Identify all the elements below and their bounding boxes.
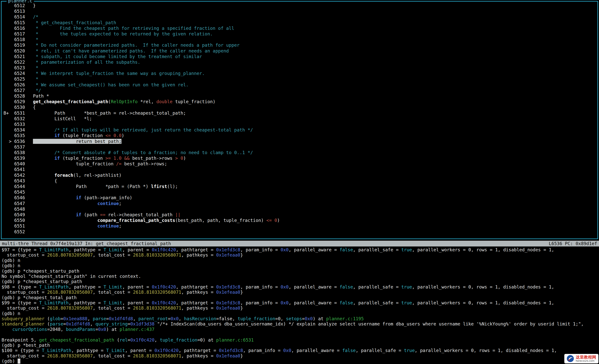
gdb-console[interactable]: $97 = {type = T_LimitPath, pathtype = T_…	[0, 247, 599, 364]
console-line: startup_cost = 2618.807832056807, total_…	[1, 252, 599, 258]
text-segment-cy: T_Limit	[104, 300, 122, 305]
console-line: Breakpoint 5, get_cheapest_fractional_pa…	[1, 338, 599, 343]
line-number: 6537	[14, 144, 33, 149]
line-number: 6519	[14, 43, 33, 48]
text-segment-cy: tuple_fraction	[238, 316, 275, 321]
text-segment-pl: *rel,	[138, 99, 156, 104]
line-number: 6548	[14, 207, 33, 212]
text-segment-ad: 0x0	[283, 348, 291, 353]
line-number: 6545	[14, 190, 33, 195]
text-segment-pl: =2048,	[47, 327, 66, 332]
text-segment-ad: 0x1efeaa0	[216, 353, 240, 358]
watermark-site-name: 这里教程网	[576, 355, 596, 360]
text-segment-pl: (	[44, 321, 50, 326]
text-segment-pl: , param_info =	[240, 285, 281, 289]
text-segment-cy: parse	[93, 316, 106, 321]
text-segment-pl: tuple_fraction	[33, 161, 116, 166]
code-line: 6513	[3, 9, 598, 14]
text-segment-pl: startup_cost =	[1, 290, 47, 295]
text-segment-pl: , parallel_workers = 0, rows = 1, disabl…	[412, 285, 554, 289]
line-number: 6541	[14, 167, 33, 172]
text-segment-pl: Path *	[33, 94, 49, 99]
text-segment-cy: false	[340, 285, 353, 289]
code-line: 6523 *	[3, 65, 598, 71]
text-segment-kw: if	[54, 133, 60, 138]
text-segment-ad: 0x1f0c420	[152, 300, 176, 305]
watermark-logo-icon	[567, 355, 574, 362]
text-segment-pl: =	[106, 316, 109, 321]
text-segment-pl: (tuple_fraction	[60, 133, 106, 138]
text-segment-pl: , pathtype =	[69, 285, 104, 289]
text-segment-yl: 2618.8103320568071	[133, 252, 181, 258]
text-segment-cy: glob	[50, 316, 61, 321]
console-line: (gdb) p *cheapest_total_path	[1, 295, 599, 300]
text-segment-pl: , total_cost =	[93, 290, 133, 295]
gutter-margin	[3, 9, 14, 14]
gdb-tui-terminal[interactable]: planner.c 6512 } 6513 6514 /* 6515 * get…	[0, 0, 599, 364]
gutter-margin	[3, 150, 14, 155]
text-segment-rd: <=	[106, 133, 111, 138]
text-segment-pl: startup_cost =	[1, 305, 47, 311]
text-segment-pl: (gdb)	[1, 359, 18, 364]
text-segment-rd: >	[175, 156, 178, 161]
code-line: 6551 continue;	[3, 223, 598, 229]
text-segment-pl	[33, 218, 97, 223]
text-segment-pl: , pathtype =	[69, 300, 104, 305]
text-segment-pl: , parallel_aware =	[289, 300, 340, 305]
text-segment-pl: =	[302, 316, 305, 321]
console-line: (gdb) p *cheapest_startu_path	[1, 269, 599, 274]
text-segment-cy: setops	[286, 316, 302, 321]
text-segment-pl: , parent =	[122, 300, 152, 305]
gutter-margin	[3, 144, 14, 149]
code-line: 6541	[3, 167, 598, 172]
code-line: 6518 *	[3, 37, 598, 43]
line-number: 6520	[14, 48, 33, 53]
text-segment-pl: , pathtype =	[71, 348, 106, 353]
text-segment-pl: , parallel_safe =	[356, 348, 404, 353]
code-line: 6521 * subpath, it could become limited …	[3, 54, 598, 60]
text-segment-pl: , parallel_workers = 0, rows = 1, disabl…	[412, 247, 554, 252]
gutter-margin	[3, 229, 14, 234]
line-number: 6522	[14, 60, 33, 65]
console-line: startup_cost = 2618.807832056807, total_…	[1, 305, 599, 311]
code-line: 6542 foreach(l, rel->pathlist)	[3, 173, 598, 178]
gutter-margin	[3, 88, 14, 93]
gutter-margin	[3, 99, 14, 104]
gutter-margin	[3, 122, 14, 127]
console-line: startup_cost = 2618.807832056807, total_…	[1, 353, 599, 359]
line-number: 6518	[14, 37, 33, 42]
console-line: (gdb) p *best_path	[1, 343, 599, 348]
gutter-margin	[3, 60, 14, 65]
terminal-cursor[interactable]	[18, 359, 20, 364]
text-segment-rd: /=	[116, 161, 122, 166]
source-code-view: 6512 } 6513 6514 /* 6515 * get_cheapest_…	[1, 1, 598, 239]
text-segment-rd: 0	[181, 156, 183, 161]
line-number: 6546	[14, 195, 33, 200]
text-segment-yl: 2618.807832056807	[47, 290, 93, 295]
gutter-margin	[3, 3, 14, 8]
text-segment-kw: if	[76, 212, 81, 217]
line-number: 6527	[14, 88, 33, 93]
code-line: 6538 /* Convert absolute # of tuples to …	[3, 150, 598, 156]
line-number: 6513	[14, 9, 33, 14]
text-segment-cy: parent_root	[138, 316, 168, 321]
status-right: L6536 PC: 0x89d1ef	[549, 241, 597, 246]
text-segment-pl: best_path->rows;	[122, 161, 167, 166]
text-segment-pl: (path	[81, 212, 100, 217]
text-segment-pl	[33, 224, 97, 228]
code-line: 6527 */	[3, 88, 598, 93]
console-line[interactable]: (gdb)	[1, 359, 599, 364]
gutter-margin	[3, 195, 14, 200]
text-segment-pl: =	[128, 321, 130, 326]
text-segment-ad: 0x0	[281, 247, 289, 252]
text-segment-cm: */	[33, 88, 41, 93]
text-segment-rd: &&	[124, 156, 130, 161]
text-segment-pl: , param_info =	[243, 348, 283, 353]
text-segment-pl	[111, 133, 114, 138]
console-line: (gdb) n	[1, 263, 599, 268]
text-segment-yl: 2618.8103320568071	[133, 353, 181, 358]
gutter-margin	[3, 105, 14, 110]
code-line: 6529 get_cheapest_fractional_path(RelOpt…	[3, 99, 598, 104]
code-line: 6549 if (path == rel->cheapest_total_pat…	[3, 212, 598, 218]
text-segment-pl	[33, 133, 54, 138]
